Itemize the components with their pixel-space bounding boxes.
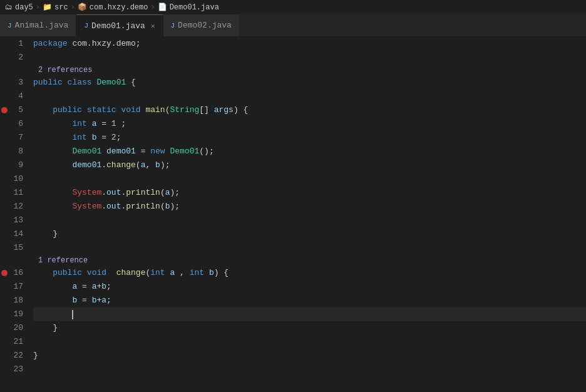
line-num-4: 4 xyxy=(0,90,23,103)
code-line-2 xyxy=(33,51,586,64)
line-num-23: 23 xyxy=(0,363,23,376)
ref-hint-change: 1 reference xyxy=(33,255,586,266)
tab-animal-label: Animal.java xyxy=(15,21,69,30)
code-line-3: public class Demo01 { xyxy=(33,76,586,90)
kw-package: package xyxy=(33,37,72,51)
code-line-8: Demo01 demo01 = new Demo01(); xyxy=(33,145,586,158)
line-num-17: 17 xyxy=(0,280,23,294)
tab-demo01-label: Demo01.java xyxy=(91,21,145,31)
line-num-1: 1 xyxy=(0,37,23,51)
tab-demo01-close[interactable]: ✕ xyxy=(151,22,155,30)
tab-animal-icon: J xyxy=(8,22,12,29)
line-num-18: 18 xyxy=(0,294,23,307)
tab-demo01-icon: J xyxy=(84,22,88,29)
breadcrumb-file[interactable]: Demo01.java xyxy=(170,3,219,12)
code-line-17: a = a+b; xyxy=(33,280,586,294)
line-num-3: 3 xyxy=(0,76,23,90)
ref-hint-class: 2 references xyxy=(33,64,586,76)
line-num-14: 14 xyxy=(0,227,23,241)
code-line-4 xyxy=(33,90,586,103)
line-num-6: 6 xyxy=(0,117,23,131)
code-line-15 xyxy=(33,241,586,255)
code-content[interactable]: package com.hxzy.demo; 2 references publ… xyxy=(28,37,586,392)
breakpoint-16 xyxy=(1,270,8,276)
code-line-9: demo01.change(a, b); xyxy=(33,158,586,172)
line-num-5: 5 xyxy=(0,103,23,117)
code-line-22: } xyxy=(33,349,586,363)
tab-animal[interactable]: J Animal.java xyxy=(0,14,76,36)
line-num-13: 13 xyxy=(0,214,23,227)
line-num-9: 9 xyxy=(0,158,23,172)
tab-demo01[interactable]: J Demo01.java ✕ xyxy=(76,14,163,36)
breadcrumb-icon: 🗂 xyxy=(5,3,13,12)
code-line-21 xyxy=(33,335,586,349)
line-num-16: 16 xyxy=(0,266,23,280)
line-num-15: 15 xyxy=(0,241,23,255)
breadcrumb-file-icon: 📄 xyxy=(158,3,167,12)
code-line-23 xyxy=(33,363,586,376)
code-line-20: } xyxy=(33,321,586,335)
tab-demo02-label: Demo02.java xyxy=(178,21,232,30)
code-line-12: System.out.println(b); xyxy=(33,200,586,214)
line-num-20: 20 xyxy=(0,321,23,335)
breadcrumb-src[interactable]: src xyxy=(54,3,68,12)
line-num-12: 12 xyxy=(0,200,23,214)
code-line-10 xyxy=(33,172,586,186)
code-line-5: public static void main(String[] args) { xyxy=(33,103,586,117)
breadcrumb-sep1: › xyxy=(36,3,40,12)
line-num-8: 8 xyxy=(0,145,23,158)
line-num-7: 7 xyxy=(0,131,23,145)
code-line-19 xyxy=(33,307,586,321)
breadcrumb: 🗂 day5 › 📁 src › 📦 com.hxzy.demo › 📄 Dem… xyxy=(0,0,586,15)
code-line-18: b = b+a; xyxy=(33,294,586,307)
breadcrumb-sep3: › xyxy=(150,3,155,12)
tab-demo02-icon: J xyxy=(171,22,175,29)
line-num-10: 10 xyxy=(0,172,23,186)
code-line-7: int b = 2; xyxy=(33,131,586,145)
line-num-11: 11 xyxy=(0,186,23,200)
line-numbers: 1 2 3 4 5 6 7 8 9 10 11 12 13 14 15 16 1… xyxy=(0,37,28,392)
tab-bar: J Animal.java J Demo01.java ✕ J Demo02.j… xyxy=(0,15,586,37)
text-cursor xyxy=(72,310,73,319)
line-num-19: 19 xyxy=(0,307,23,321)
line-num-21: 21 xyxy=(0,335,23,349)
breadcrumb-src-icon: 📁 xyxy=(43,3,52,12)
code-line-14: } xyxy=(33,227,586,241)
breadcrumb-day5[interactable]: day5 xyxy=(15,3,33,12)
breadcrumb-sep2: › xyxy=(71,3,75,12)
line-num-2: 2 xyxy=(0,51,23,64)
code-line-6: int a = 1 ; xyxy=(33,117,586,131)
editor: 1 2 3 4 5 6 7 8 9 10 11 12 13 14 15 16 1… xyxy=(0,37,586,392)
breadcrumb-pkg-icon: 📦 xyxy=(78,3,87,12)
tab-demo02[interactable]: J Demo02.java xyxy=(163,14,240,36)
code-line-13 xyxy=(33,214,586,227)
code-line-1: package com.hxzy.demo; xyxy=(33,37,586,51)
code-line-11: System.out.println(a); xyxy=(33,186,586,200)
breakpoint-5 xyxy=(1,107,8,113)
breadcrumb-pkg[interactable]: com.hxzy.demo xyxy=(90,3,148,12)
line-num-22: 22 xyxy=(0,349,23,363)
code-line-16: public void change(int a , int b) { xyxy=(33,266,586,280)
